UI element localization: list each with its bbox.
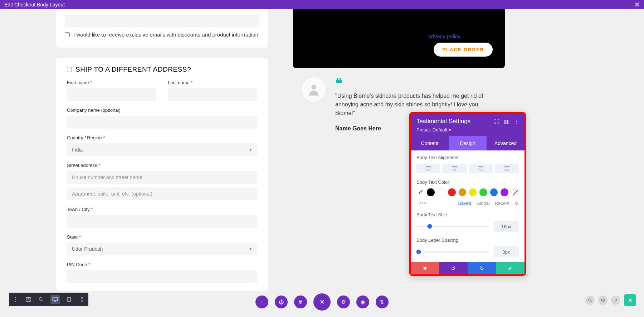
pin-input[interactable] xyxy=(67,270,257,283)
street-input-1[interactable] xyxy=(67,171,257,184)
tab-advanced[interactable]: Advanced xyxy=(487,136,525,150)
color-swatch-red[interactable] xyxy=(448,188,455,196)
country-select[interactable]: India ▼ xyxy=(67,143,257,156)
order-summary-box: privacy policy PLACE ORDER xyxy=(293,9,505,68)
svg-point-0 xyxy=(311,85,316,90)
svg-rect-1 xyxy=(26,298,28,299)
tab-design[interactable]: Design xyxy=(449,136,487,150)
undo-button[interactable]: ↺ xyxy=(439,262,468,274)
state-label: State * xyxy=(67,234,257,240)
columns-icon[interactable]: ▥ xyxy=(504,119,509,124)
shipping-card: Ship to a different address? First name … xyxy=(56,58,268,291)
text-size-value[interactable]: 16px xyxy=(494,221,519,232)
desktop-view-icon[interactable] xyxy=(50,295,60,304)
color-swatch-white[interactable] xyxy=(438,188,445,196)
svg-point-4 xyxy=(39,298,42,301)
town-label: Town / City * xyxy=(67,207,257,212)
svg-line-5 xyxy=(42,300,43,301)
expand-icon[interactable]: ⛶ xyxy=(494,119,499,124)
chevron-down-icon: ▼ xyxy=(249,247,252,251)
color-swatch-none[interactable] xyxy=(511,188,519,196)
color-tab-saved[interactable]: Saved xyxy=(458,201,471,206)
opt-in-checkbox[interactable] xyxy=(65,32,70,37)
state-value: Uttar Pradesh xyxy=(72,246,103,252)
preset-dropdown[interactable]: Preset: Default ▾ xyxy=(416,127,519,133)
save-button[interactable]: ✔ xyxy=(496,262,525,274)
align-right-button[interactable] xyxy=(469,164,493,173)
wireframe-icon[interactable] xyxy=(25,296,32,303)
align-left-button[interactable] xyxy=(416,164,440,173)
help-icon[interactable]: ? xyxy=(611,296,620,305)
state-select[interactable]: Uttar Pradesh ▼ xyxy=(67,242,257,255)
ship-heading: Ship to a different address? xyxy=(75,66,191,73)
canvas: I would like to receive exclusive emails… xyxy=(0,9,644,317)
more-icon[interactable]: ••• xyxy=(419,200,426,206)
zoom-icon[interactable] xyxy=(38,296,45,303)
close-builder-button[interactable]: ✕ xyxy=(313,293,331,311)
svg-point-10 xyxy=(589,299,591,301)
svg-line-11 xyxy=(591,301,592,302)
color-swatch-yellow[interactable] xyxy=(469,188,477,196)
kebab-icon[interactable]: ⋮ xyxy=(514,119,519,124)
page-title: Edit Checkout Body Layout xyxy=(4,2,65,8)
eyedropper-icon[interactable] xyxy=(416,188,424,196)
history-button[interactable]: ◉ xyxy=(356,296,369,308)
svg-rect-6 xyxy=(53,297,58,301)
street-input-2[interactable] xyxy=(67,187,257,200)
help-toolbar: ? ✕ xyxy=(585,294,636,306)
chevron-down-icon: ▼ xyxy=(249,148,252,152)
email-card: I would like to receive exclusive emails… xyxy=(56,9,268,48)
close-icon[interactable]: ✕ xyxy=(634,1,640,9)
exit-button[interactable]: ✕ xyxy=(624,294,636,306)
letter-spacing-slider[interactable] xyxy=(416,251,489,253)
email-input[interactable] xyxy=(65,15,259,27)
color-tab-recent[interactable]: Recent xyxy=(495,201,509,206)
ship-heading-row[interactable]: Ship to a different address? xyxy=(67,66,257,73)
kebab-icon[interactable]: ⋮ xyxy=(12,296,19,303)
action-toolbar: + ⏻ 🗑 ✕ ⚙ ◉ ⇅ xyxy=(255,293,389,311)
view-toolbar: ⋮ xyxy=(9,293,88,306)
last-name-label: Last name * xyxy=(168,80,257,85)
gear-button[interactable]: ⚙ xyxy=(337,296,350,308)
color-swatch-blue[interactable] xyxy=(490,188,498,196)
place-order-button[interactable]: PLACE ORDER xyxy=(434,43,493,57)
color-label: Body Text Color xyxy=(416,179,519,185)
privacy-link[interactable]: privacy policy xyxy=(428,33,460,39)
color-tab-global[interactable]: Global xyxy=(476,201,490,206)
ship-different-checkbox[interactable] xyxy=(67,67,72,72)
person-icon xyxy=(307,82,321,97)
letter-spacing-value[interactable]: 0px xyxy=(494,246,519,257)
svg-rect-3 xyxy=(26,300,30,301)
color-swatch-purple[interactable] xyxy=(501,188,508,196)
tab-content[interactable]: Content xyxy=(411,136,449,150)
country-value: India xyxy=(72,147,83,153)
top-bar: Edit Checkout Body Layout ✕ xyxy=(0,0,644,9)
mobile-view-icon[interactable] xyxy=(78,296,86,303)
first-name-label: First name * xyxy=(67,80,156,85)
cancel-button[interactable]: ✖ xyxy=(411,262,439,274)
color-swatch-black[interactable] xyxy=(427,188,434,196)
swap-button[interactable]: ⇅ xyxy=(376,296,389,308)
text-size-slider[interactable] xyxy=(416,226,489,227)
country-label: Country / Region * xyxy=(67,135,257,140)
redo-button[interactable]: ↻ xyxy=(468,262,496,274)
align-justify-button[interactable] xyxy=(495,164,519,173)
power-button[interactable]: ⏻ xyxy=(275,296,288,308)
add-button[interactable]: + xyxy=(255,296,268,308)
color-swatch-orange[interactable] xyxy=(459,188,466,196)
opt-in-row[interactable]: I would like to receive exclusive emails… xyxy=(65,32,259,38)
tablet-view-icon[interactable] xyxy=(65,296,73,303)
company-input[interactable] xyxy=(67,116,257,129)
avatar xyxy=(301,77,327,102)
trash-button[interactable]: 🗑 xyxy=(294,296,307,308)
align-center-button[interactable] xyxy=(443,164,467,173)
chevron-down-icon: ▾ xyxy=(449,127,451,133)
last-name-input[interactable] xyxy=(168,88,257,101)
first-name-input[interactable] xyxy=(67,88,156,101)
search-icon[interactable] xyxy=(585,296,595,305)
quote-icon: ❝ xyxy=(335,77,497,90)
town-input[interactable] xyxy=(67,215,257,228)
gear-icon[interactable]: ⚙ xyxy=(514,201,519,206)
layers-icon[interactable] xyxy=(598,296,608,305)
color-swatch-green[interactable] xyxy=(479,188,487,196)
